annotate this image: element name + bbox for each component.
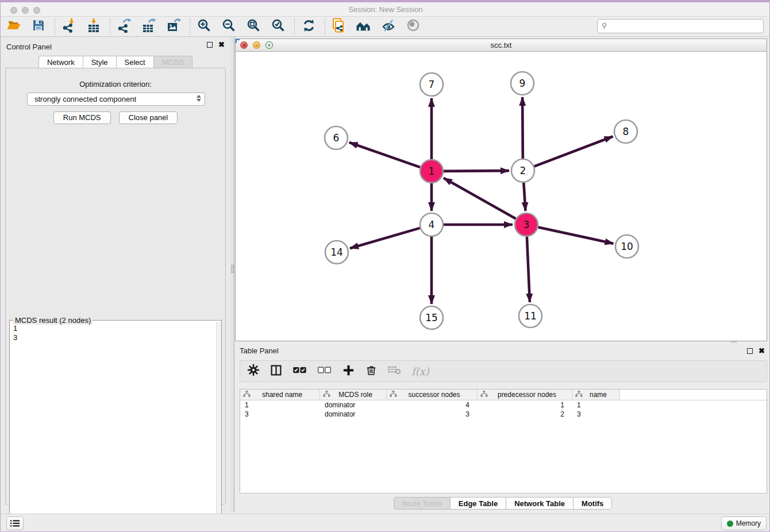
table-toolbar: f(x) (240, 360, 767, 382)
memory-button[interactable]: Memory (721, 516, 767, 530)
column-header-shared-name[interactable]: shared name (240, 390, 320, 400)
node-3[interactable]: 3 (515, 213, 538, 236)
node-1[interactable]: 1 (420, 160, 443, 183)
node-15[interactable]: 15 (420, 306, 443, 329)
tab-mcds[interactable]: MCDS (153, 56, 192, 68)
criterion-dropdown[interactable]: strongly connected component (27, 92, 205, 106)
column-header-predecessor-nodes[interactable]: predecessor nodes (478, 390, 572, 400)
node-6[interactable]: 6 (325, 126, 348, 149)
select-all-columns-button[interactable] (292, 364, 307, 379)
tab-network-table[interactable]: Network Table (506, 497, 573, 510)
cell-name[interactable]: 1 (572, 400, 620, 410)
node-11[interactable]: 11 (519, 304, 542, 327)
tab-edge-table[interactable]: Edge Table (450, 497, 506, 510)
edge-3-1[interactable] (444, 178, 516, 219)
import-network-button[interactable] (60, 18, 78, 35)
show-graphics-details-button[interactable] (380, 18, 397, 35)
cell-MCDS-role[interactable]: dominator (320, 400, 387, 410)
node-8[interactable]: 8 (614, 120, 637, 143)
edge-2-9[interactable] (522, 97, 523, 159)
search-input[interactable] (597, 19, 764, 33)
zoom-fit-button[interactable] (245, 18, 262, 35)
tab-style[interactable]: Style (83, 56, 116, 68)
column-header-successor-nodes[interactable]: successor nodes (387, 390, 478, 400)
table-row[interactable]: 1dominator411 (240, 400, 767, 410)
hide-graphics-details-button[interactable] (405, 18, 422, 35)
node-label: 8 (623, 126, 629, 137)
first-neighbors-button[interactable] (355, 18, 372, 35)
node-9[interactable]: 9 (511, 72, 534, 95)
memory-label: Memory (736, 519, 761, 527)
table-settings-icon (247, 364, 260, 379)
float-panel-icon[interactable] (207, 42, 213, 48)
edge-2-3[interactable] (523, 183, 525, 211)
table-row[interactable]: 3dominator323 (240, 410, 767, 419)
edge-4-14[interactable] (350, 228, 420, 248)
cell-name[interactable]: 3 (572, 410, 620, 419)
status-bar: Memory (1, 514, 770, 532)
vertical-splitter[interactable] (230, 37, 234, 512)
export-table-icon (141, 18, 156, 35)
node-label: 11 (524, 310, 537, 322)
node-2[interactable]: 2 (511, 159, 534, 182)
close-table-panel-icon[interactable]: ✖ (759, 348, 765, 354)
delete-columns-button[interactable] (365, 364, 377, 379)
task-history-button[interactable] (6, 516, 24, 530)
cell-MCDS-role[interactable]: dominator (320, 410, 387, 419)
node-label: 14 (330, 246, 343, 258)
open-session-button[interactable] (5, 18, 22, 35)
cell-successor-nodes[interactable]: 4 (387, 400, 478, 410)
result-scrollbar[interactable] (216, 322, 221, 532)
network-graph[interactable]: 7968124314101511 (236, 52, 767, 341)
export-table-button[interactable] (140, 18, 157, 35)
table-settings-button[interactable] (247, 364, 260, 379)
tab-select[interactable]: Select (116, 56, 153, 68)
task-list-icon (10, 519, 20, 528)
node-7[interactable]: 7 (420, 73, 443, 96)
create-new-column-button[interactable] (342, 364, 355, 379)
edge-1-2[interactable] (444, 171, 509, 171)
refresh-view-button[interactable] (300, 18, 317, 35)
optimization-criterion-label: Optimization criterion: (6, 80, 225, 88)
float-table-panel-icon[interactable] (747, 348, 753, 354)
column-label: successor nodes (397, 391, 477, 399)
network-canvas[interactable]: 7968124314101511 (236, 52, 767, 341)
zoom-in-button[interactable] (195, 18, 213, 35)
edge-3-11[interactable] (527, 237, 530, 302)
cell-predecessor-nodes[interactable]: 2 (478, 410, 572, 419)
column-header-name[interactable]: name (572, 390, 620, 400)
cell-shared-name[interactable]: 1 (240, 400, 320, 410)
tab-motifs[interactable]: Motifs (573, 497, 612, 510)
node-4[interactable]: 4 (420, 213, 443, 236)
node-label: 9 (519, 78, 526, 89)
cell-shared-name[interactable]: 3 (240, 410, 320, 419)
save-session-button[interactable] (30, 18, 47, 35)
edge-2-8[interactable] (534, 137, 613, 167)
table-body: 1dominator4113dominator323 (240, 400, 767, 419)
delete-table-button (387, 364, 401, 379)
network-window-titlebar[interactable]: ✕ − + scc.txt (236, 39, 767, 52)
deselect-all-columns-button[interactable] (317, 364, 332, 379)
tab-node-table[interactable]: Node Table (394, 497, 450, 510)
node-10[interactable]: 10 (615, 235, 638, 258)
zoom-selected-button[interactable] (270, 18, 287, 35)
first-neighbors-icon (356, 19, 372, 34)
vertical-splitter-handle[interactable] (231, 265, 234, 273)
export-image-button[interactable] (165, 18, 182, 35)
edge-3-10[interactable] (538, 227, 614, 243)
clone-network-button[interactable] (330, 18, 348, 35)
edge-1-6[interactable] (349, 142, 421, 167)
export-network-button[interactable] (116, 18, 133, 35)
column-header-MCDS-role[interactable]: MCDS role (320, 390, 387, 400)
tab-network[interactable]: Network (38, 56, 83, 68)
close-panel-button[interactable]: Close panel (119, 111, 178, 124)
close-panel-icon[interactable]: ✖ (218, 42, 225, 48)
cell-predecessor-nodes[interactable]: 1 (478, 400, 572, 410)
split-panels-button[interactable] (270, 364, 282, 379)
run-mcds-button[interactable]: Run MCDS (53, 111, 111, 124)
mcds-result-text[interactable]: 13 (10, 322, 216, 532)
node-14[interactable]: 14 (325, 241, 348, 264)
cell-successor-nodes[interactable]: 3 (387, 410, 478, 419)
import-table-button[interactable] (85, 18, 102, 35)
zoom-out-button[interactable] (220, 18, 237, 35)
